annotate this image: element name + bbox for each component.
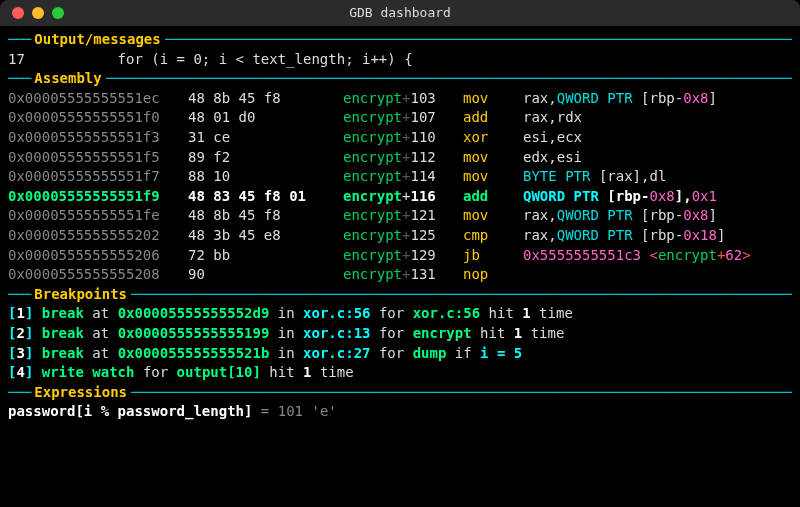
asm-row: 0x0000555555555208 90 encrypt+131 nop [8, 265, 792, 285]
asm-symbol: encrypt+116 [343, 187, 463, 207]
asm-mnemonic: nop [463, 265, 523, 285]
asm-operands: rax,QWORD PTR [rbp-0x8] [523, 89, 792, 109]
asm-row: 0x00005555555551f7 88 10 encrypt+114 mov… [8, 167, 792, 187]
asm-address: 0x00005555555551f9 [8, 187, 188, 207]
asm-symbol: encrypt+125 [343, 226, 463, 246]
asm-row: 0x00005555555551f3 31 ce encrypt+110 xor… [8, 128, 792, 148]
breakpoint-row: [4] write watch for output[10] hit 1 tim… [8, 363, 792, 383]
asm-operands: edx,esi [523, 148, 792, 168]
titlebar: GDB dashboard [0, 0, 800, 26]
asm-symbol: encrypt+114 [343, 167, 463, 187]
asm-symbol: encrypt+112 [343, 148, 463, 168]
assembly-listing: 0x00005555555551ec 48 8b 45 f8 encrypt+1… [8, 89, 792, 285]
asm-operands: QWORD PTR [rbp-0x8],0x1 [523, 187, 792, 207]
asm-operands: rax,QWORD PTR [rbp-0x18] [523, 226, 792, 246]
close-icon[interactable] [12, 7, 24, 19]
section-label-assembly: Assembly [30, 69, 105, 89]
maximize-icon[interactable] [52, 7, 64, 19]
asm-bytes: 89 f2 [188, 148, 343, 168]
asm-address: 0x00005555555551fe [8, 206, 188, 226]
asm-symbol: encrypt+110 [343, 128, 463, 148]
asm-mnemonic: add [463, 187, 523, 207]
asm-row: 0x0000555555555206 72 bb encrypt+129 jb … [8, 246, 792, 266]
breakpoint-for: output[10] [177, 364, 261, 380]
section-label-output: Output/messages [30, 30, 164, 50]
breakpoint-location: xor.c:56 [303, 305, 370, 321]
asm-row: 0x00005555555551f0 48 01 d0 encrypt+107 … [8, 108, 792, 128]
asm-mnemonic: mov [463, 89, 523, 109]
asm-symbol: encrypt+129 [343, 246, 463, 266]
breakpoint-row: [2] break at 0x0000555555555199 in xor.c… [8, 324, 792, 344]
asm-mnemonic: cmp [463, 226, 523, 246]
asm-bytes: 88 10 [188, 167, 343, 187]
asm-mnemonic: mov [463, 206, 523, 226]
expression-rhs: 101 'e' [278, 403, 337, 419]
hr-icon: ────────────────────────────────────────… [165, 30, 792, 50]
terminal-content: ─── Output/messages ────────────────────… [0, 26, 800, 422]
asm-bytes: 90 [188, 265, 343, 285]
asm-symbol: encrypt+107 [343, 108, 463, 128]
breakpoint-index: 4 [16, 364, 24, 380]
section-label-expressions: Expressions [30, 383, 131, 403]
breakpoint-location: xor.c:27 [303, 345, 370, 361]
asm-operands: 0x5555555551c3 <encrypt+62> [523, 246, 792, 266]
asm-operands: esi,ecx [523, 128, 792, 148]
breakpoint-hit-count: 1 [522, 305, 530, 321]
window-controls [12, 7, 64, 19]
asm-operands: rax,rdx [523, 108, 792, 128]
minimize-icon[interactable] [32, 7, 44, 19]
asm-address: 0x0000555555555202 [8, 226, 188, 246]
breakpoint-address: 0x0000555555555199 [118, 325, 270, 341]
breakpoint-kind: break [42, 305, 84, 321]
breakpoint-address: 0x000055555555521b [118, 345, 270, 361]
hr-icon: ────────────────────────────────────────… [106, 69, 792, 89]
breakpoint-kind: write watch [42, 364, 135, 380]
breakpoint-for: dump [413, 345, 447, 361]
expression-lhs: password[i % password_length] [8, 403, 252, 419]
asm-bytes: 72 bb [188, 246, 343, 266]
breakpoint-row: [1] break at 0x00005555555552d9 in xor.c… [8, 304, 792, 324]
asm-bytes: 48 3b 45 e8 [188, 226, 343, 246]
expression-row: password[i % password_length] = 101 'e' [8, 402, 792, 422]
asm-symbol: encrypt+121 [343, 206, 463, 226]
asm-address: 0x0000555555555208 [8, 265, 188, 285]
asm-row: 0x00005555555551fe 48 8b 45 f8 encrypt+1… [8, 206, 792, 226]
window-title: GDB dashboard [0, 4, 800, 22]
section-header-expressions: ─── Expressions ────────────────────────… [8, 383, 792, 403]
asm-address: 0x0000555555555206 [8, 246, 188, 266]
asm-row: 0x0000555555555202 48 3b 45 e8 encrypt+1… [8, 226, 792, 246]
asm-bytes: 48 8b 45 f8 [188, 206, 343, 226]
asm-mnemonic: mov [463, 148, 523, 168]
asm-mnemonic: xor [463, 128, 523, 148]
breakpoint-index: 2 [16, 325, 24, 341]
breakpoint-location: xor.c:13 [303, 325, 370, 341]
breakpoint-hit-count: 1 [303, 364, 311, 380]
section-header-assembly: ─── Assembly ───────────────────────────… [8, 69, 792, 89]
asm-mnemonic: mov [463, 167, 523, 187]
breakpoint-index: 1 [16, 305, 24, 321]
hr-icon: ────────────────────────────────────────… [131, 383, 792, 403]
breakpoint-for: encrypt [413, 325, 472, 341]
expressions-listing: password[i % password_length] = 101 'e' [8, 402, 792, 422]
asm-operands [523, 265, 792, 285]
breakpoint-for: xor.c:56 [413, 305, 480, 321]
section-label-breakpoints: Breakpoints [30, 285, 131, 305]
asm-symbol: encrypt+103 [343, 89, 463, 109]
asm-operands: BYTE PTR [rax],dl [523, 167, 792, 187]
breakpoint-hit-count: 1 [514, 325, 522, 341]
asm-row: 0x00005555555551f5 89 f2 encrypt+112 mov… [8, 148, 792, 168]
breakpoint-address: 0x00005555555552d9 [118, 305, 270, 321]
asm-mnemonic: add [463, 108, 523, 128]
breakpoint-kind: break [42, 345, 84, 361]
asm-operands: rax,QWORD PTR [rbp-0x8] [523, 206, 792, 226]
breakpoint-row: [3] break at 0x000055555555521b in xor.c… [8, 344, 792, 364]
section-header-output: ─── Output/messages ────────────────────… [8, 30, 792, 50]
source-line: 17 for (i = 0; i < text_length; i++) { [8, 50, 792, 70]
asm-bytes: 48 83 45 f8 01 [188, 187, 343, 207]
breakpoints-listing: [1] break at 0x00005555555552d9 in xor.c… [8, 304, 792, 382]
asm-row: 0x00005555555551f9 48 83 45 f8 01 encryp… [8, 187, 792, 207]
asm-bytes: 48 01 d0 [188, 108, 343, 128]
breakpoint-condition: i = 5 [480, 345, 522, 361]
asm-address: 0x00005555555551f7 [8, 167, 188, 187]
asm-mnemonic: jb [463, 246, 523, 266]
